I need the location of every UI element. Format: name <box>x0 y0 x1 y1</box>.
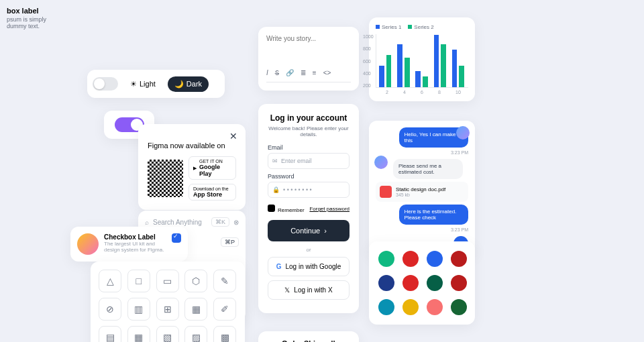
clear-icon[interactable]: ⊗ <box>233 219 239 226</box>
checkbox[interactable] <box>172 233 181 243</box>
chat-message-you: Please send me a estimated cost. <box>393 159 463 179</box>
file-attachment[interactable]: Static design doc.pdf345 kb <box>376 182 468 202</box>
bar <box>386 55 392 87</box>
bar <box>441 44 446 87</box>
bar <box>405 58 410 87</box>
link-icon[interactable]: 🔗 <box>286 69 294 76</box>
layout3-icon[interactable]: ▧ <box>156 326 179 342</box>
chart-card: Series 1 Series 2 1000800600400200 24681… <box>369 17 475 101</box>
light-label: Light <box>140 80 156 88</box>
or-divider: or <box>268 247 350 253</box>
strike-icon[interactable]: S̶ <box>275 69 279 76</box>
email-label: Email <box>268 144 350 151</box>
order-shipped-card: Order Shipped! <box>258 331 359 342</box>
dark-label: Dark <box>186 80 202 88</box>
flag-icon[interactable] <box>451 275 467 291</box>
chat-time: 3:23 PM <box>376 150 468 155</box>
file-size: 345 kb <box>396 192 445 197</box>
legend-2: Series 2 <box>408 24 433 30</box>
cbl-desc: psum is simply dummy text. <box>7 16 67 30</box>
layout5-icon[interactable]: ▩ <box>213 326 236 342</box>
flag-icon[interactable] <box>378 251 394 267</box>
flag-icon[interactable] <box>378 275 394 291</box>
flag-icon[interactable] <box>402 251 419 267</box>
shipped-text: Order Shipped! <box>282 339 335 342</box>
theme-switch[interactable] <box>93 77 118 91</box>
hexagon-icon[interactable]: ⬡ <box>184 270 207 292</box>
apps-icon[interactable]: ▦ <box>184 298 207 321</box>
google-login-button[interactable]: GLog in with Google <box>268 257 350 276</box>
avatar <box>374 156 388 169</box>
cbl-title: box label <box>7 7 67 15</box>
align-icon[interactable]: ≡ <box>313 69 317 76</box>
list-icon[interactable]: ≣ <box>301 69 306 76</box>
italic-icon[interactable]: I <box>266 69 268 76</box>
layout4-icon[interactable]: ▨ <box>184 326 207 342</box>
user-checkbox-card: Checkbox Label The largest UI kit and de… <box>70 227 188 262</box>
user-desc: The largest UI kit and design system for… <box>104 241 166 253</box>
search-input[interactable]: Search Anything <box>153 219 202 226</box>
edit-icon[interactable]: ✐ <box>213 298 236 321</box>
chat-card: Hello, Yes I can make this 3:23 PM Pleas… <box>369 121 475 258</box>
figma-card: ✕ Figma now available on ▶GET IT ONGoogl… <box>138 124 246 210</box>
x-icon: 𝕏 <box>284 286 290 294</box>
login-sub: Welcome back! Please enter your details. <box>268 125 350 137</box>
bar <box>397 44 402 87</box>
rectangle-icon[interactable]: ▭ <box>156 270 179 292</box>
mail-icon: ✉ <box>272 158 278 164</box>
code-icon[interactable]: <> <box>323 69 331 76</box>
checkbox-label-block: box label psum is simply dummy text. <box>0 0 74 36</box>
editor-card: I S̶ 🔗 ≣ ≡ <> <box>258 27 359 91</box>
dark-button[interactable]: 🌙 Dark <box>168 76 209 92</box>
password-field[interactable]: 🔒• • • • • • • • <box>268 182 350 198</box>
bar <box>423 76 428 87</box>
file-name: Static design doc.pdf <box>396 186 445 192</box>
forgot-link[interactable]: Forget password <box>309 206 350 212</box>
lock-icon: 🔒 <box>272 186 280 193</box>
triangle-icon[interactable]: △ <box>99 270 121 292</box>
login-card: Log in your account Welcome back! Please… <box>258 104 359 313</box>
flag-icon[interactable] <box>451 299 467 315</box>
flag-icon[interactable] <box>427 299 443 315</box>
flag-icon[interactable] <box>402 299 419 315</box>
slash-icon[interactable]: ⊘ <box>99 298 121 321</box>
icon-grid: △ □ ▭ ⬡ ✎ ⊘ ▥ ⊞ ▦ ✐ ▤ ▦ ▧ ▨ ▩ <box>91 262 245 342</box>
close-icon[interactable]: ✕ <box>229 131 237 141</box>
qr-code <box>148 160 183 197</box>
bar <box>434 35 439 87</box>
light-button[interactable]: ☀ Light <box>123 76 162 92</box>
flag-icon[interactable] <box>451 251 467 267</box>
bar <box>452 50 458 87</box>
pencil-icon[interactable]: ✎ <box>213 270 236 292</box>
google-icon: G <box>276 263 282 270</box>
password-label: Password <box>268 173 350 180</box>
login-title: Log in your account <box>268 113 350 123</box>
grid-icon[interactable]: ⊞ <box>156 298 179 321</box>
flag-icon[interactable] <box>427 275 443 291</box>
flag-icon[interactable] <box>402 275 419 291</box>
story-input[interactable] <box>266 35 351 42</box>
search-kbd: ⌘K <box>211 217 229 227</box>
flags-grid <box>369 241 475 325</box>
chat-time: 3:23 PM <box>376 227 468 232</box>
continue-button[interactable]: Continue › <box>268 220 350 241</box>
remember-checkbox[interactable]: Remember <box>268 205 305 213</box>
pdf-icon <box>380 186 392 198</box>
legend-1: Series 1 <box>376 24 401 30</box>
bar <box>459 66 464 87</box>
column-icon[interactable]: ▥ <box>127 298 150 321</box>
layout2-icon[interactable]: ▦ <box>127 326 150 342</box>
theme-toggle-card: ☀ Light 🌙 Dark <box>87 70 225 98</box>
bar <box>415 71 421 87</box>
x-login-button[interactable]: 𝕏Log in with X <box>268 280 350 300</box>
google-play-button[interactable]: ▶GET IT ONGoogle Play <box>189 156 236 180</box>
app-store-button[interactable]: Download on theApp Store <box>189 184 236 201</box>
flag-icon[interactable] <box>378 299 394 315</box>
user-title: Checkbox Label <box>104 233 166 241</box>
email-field[interactable]: ✉Enter email <box>268 153 350 169</box>
bar <box>379 66 384 87</box>
square-icon[interactable]: □ <box>127 270 150 292</box>
layout-icon[interactable]: ▤ <box>99 326 121 342</box>
avatar <box>77 233 99 255</box>
flag-icon[interactable] <box>427 251 443 267</box>
